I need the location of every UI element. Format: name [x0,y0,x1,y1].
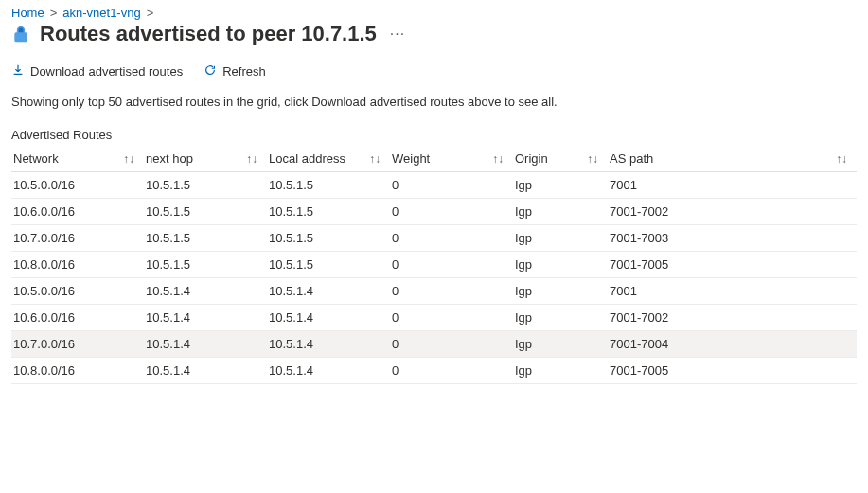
table-row[interactable]: 10.8.0.0/1610.5.1.510.5.1.50Igp7001-7005 [11,252,857,278]
cell-origin: Igp [513,305,608,331]
table-row[interactable]: 10.6.0.0/1610.5.1.510.5.1.50Igp7001-7002 [11,199,857,225]
cell-network: 10.5.0.0/16 [11,172,144,199]
cell-weight: 0 [390,358,513,384]
cell-aspath: 7001-7002 [608,305,857,331]
cell-nexthop: 10.5.1.5 [144,199,267,225]
cell-network: 10.6.0.0/16 [11,305,144,331]
cell-aspath: 7001 [608,278,857,305]
cell-aspath: 7001 [608,172,857,199]
cell-nexthop: 10.5.1.5 [144,172,267,199]
cell-origin: Igp [513,225,608,252]
breadcrumb-sep: > [50,6,58,20]
lock-icon [11,25,30,44]
cell-weight: 0 [390,305,513,331]
cell-localaddr: 10.5.1.4 [267,278,390,305]
cell-origin: Igp [513,252,608,278]
table-row[interactable]: 10.8.0.0/1610.5.1.410.5.1.40Igp7001-7005 [11,358,857,384]
cell-localaddr: 10.5.1.4 [267,305,390,331]
table-row[interactable]: 10.5.0.0/1610.5.1.410.5.1.40Igp7001 [11,278,857,305]
cell-weight: 0 [390,225,513,252]
cell-nexthop: 10.5.1.5 [144,225,267,252]
download-icon [11,63,25,79]
cell-network: 10.8.0.0/16 [11,358,144,384]
refresh-icon [204,63,217,79]
col-header-label: Local address [269,151,345,166]
col-header-origin[interactable]: Origin ↑↓ [513,146,608,172]
col-header-label: next hop [146,151,193,166]
table-row[interactable]: 10.5.0.0/1610.5.1.510.5.1.50Igp7001 [11,172,857,199]
cell-origin: Igp [513,358,608,384]
cell-aspath: 7001-7004 [608,331,857,358]
col-header-nexthop[interactable]: next hop ↑↓ [144,146,267,172]
section-label: Advertised Routes [11,128,857,146]
sort-icon[interactable]: ↑↓ [246,152,257,166]
sort-icon[interactable]: ↑↓ [587,152,598,166]
more-button[interactable]: ··· [386,26,409,43]
cell-network: 10.6.0.0/16 [11,199,144,225]
sort-icon[interactable]: ↑↓ [492,152,504,166]
cell-localaddr: 10.5.1.4 [267,331,390,358]
cell-localaddr: 10.5.1.5 [267,225,390,252]
info-note: Showing only top 50 advertised routes in… [11,89,857,128]
cell-network: 10.7.0.0/16 [11,225,144,252]
cell-aspath: 7001-7005 [608,252,857,278]
col-header-localaddr[interactable]: Local address ↑↓ [267,146,390,172]
col-header-label: Network [13,151,59,166]
download-label: Download advertised routes [30,64,183,79]
cell-localaddr: 10.5.1.5 [267,199,390,225]
cell-origin: Igp [513,331,608,358]
cell-localaddr: 10.5.1.5 [267,172,390,199]
cell-network: 10.5.0.0/16 [11,278,144,305]
cell-weight: 0 [390,199,513,225]
sort-icon[interactable]: ↑↓ [123,152,134,166]
cell-nexthop: 10.5.1.4 [144,305,267,331]
cell-network: 10.8.0.0/16 [11,252,144,278]
sort-icon[interactable]: ↑↓ [836,152,847,166]
cell-nexthop: 10.5.1.4 [144,278,267,305]
col-header-weight[interactable]: Weight ↑↓ [390,146,513,172]
cell-network: 10.7.0.0/16 [11,331,144,358]
cell-aspath: 7001-7002 [608,199,857,225]
cell-weight: 0 [390,278,513,305]
cell-weight: 0 [390,331,513,358]
breadcrumb-link-home[interactable]: Home [11,6,44,20]
col-header-network[interactable]: Network ↑↓ [11,146,144,172]
advertised-routes-table: Network ↑↓ next hop ↑↓ Local address ↑↓ [11,146,857,384]
refresh-label: Refresh [222,64,266,79]
cell-aspath: 7001-7003 [608,225,857,252]
cell-nexthop: 10.5.1.4 [144,358,267,384]
cell-localaddr: 10.5.1.5 [267,252,390,278]
cell-nexthop: 10.5.1.4 [144,331,267,358]
table-row[interactable]: 10.6.0.0/1610.5.1.410.5.1.40Igp7001-7002 [11,305,857,331]
cell-nexthop: 10.5.1.5 [144,252,267,278]
cell-origin: Igp [513,199,608,225]
col-header-label: AS path [610,151,653,166]
page-title: Routes advertised to peer 10.7.1.5 [40,22,377,46]
cell-origin: Igp [513,172,608,199]
refresh-button[interactable]: Refresh [204,63,266,79]
title-row: Routes advertised to peer 10.7.1.5 ··· [11,22,857,60]
cell-origin: Igp [513,278,608,305]
cell-aspath: 7001-7005 [608,358,857,384]
table-row[interactable]: 10.7.0.0/1610.5.1.510.5.1.50Igp7001-7003 [11,225,857,252]
cell-localaddr: 10.5.1.4 [267,358,390,384]
breadcrumb-sep: > [147,6,154,20]
toolbar: Download advertised routes Refresh [11,60,857,89]
table-header-row: Network ↑↓ next hop ↑↓ Local address ↑↓ [11,146,857,172]
breadcrumb-link-resource[interactable]: akn-vnet1-vng [62,6,140,20]
sort-icon[interactable]: ↑↓ [369,152,381,166]
table-row[interactable]: 10.7.0.0/1610.5.1.410.5.1.40Igp7001-7004 [11,331,857,358]
cell-weight: 0 [390,172,513,199]
col-header-label: Weight [392,151,430,166]
breadcrumb: Home > akn-vnet1-vng > [11,6,857,22]
cell-weight: 0 [390,252,513,278]
download-advertised-routes-button[interactable]: Download advertised routes [11,63,183,79]
col-header-aspath[interactable]: AS path ↑↓ [608,146,857,172]
col-header-label: Origin [515,151,548,166]
